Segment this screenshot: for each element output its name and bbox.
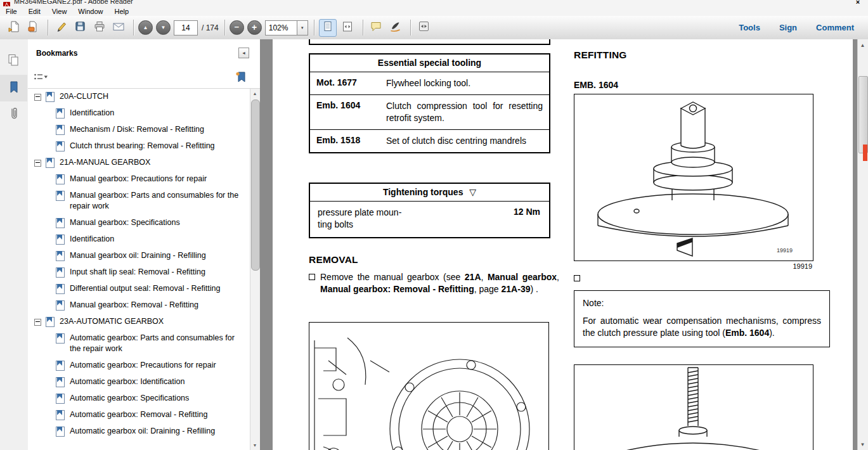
bookmark-item[interactable]: Manual gearbox: Specifications	[28, 215, 250, 231]
fit-width-icon	[342, 21, 353, 35]
bookmark-item[interactable]: Clutch thrust bearing: Removal - Refitti…	[28, 138, 250, 155]
save-button[interactable]	[72, 19, 89, 36]
bookmark-item[interactable]: Identification	[28, 231, 250, 248]
print-button[interactable]	[91, 19, 108, 36]
zoom-level-input[interactable]	[265, 20, 297, 35]
bookmark-item[interactable]: Manual gearbox: Parts and consumables fo…	[28, 188, 250, 215]
bookmark-icon	[46, 92, 55, 102]
fill-sign-button[interactable]	[53, 19, 70, 36]
bookmark-star-icon	[235, 74, 246, 85]
floppy-save-icon	[74, 20, 86, 35]
menu-file[interactable]: File	[0, 7, 23, 16]
bookmarks-panel-button[interactable]	[0, 75, 27, 101]
bookmark-item[interactable]: 21A-MANUAL GEARBOX	[28, 155, 250, 171]
collapse-pane-button[interactable]	[238, 48, 249, 58]
fit-page-button[interactable]	[339, 19, 356, 37]
close-button[interactable]	[853, 0, 862, 6]
bookmarks-scrollbar[interactable]	[250, 89, 260, 450]
scroll-up-arrow[interactable]	[250, 89, 259, 98]
toolbar-separator	[224, 20, 225, 35]
menu-help[interactable]: Help	[108, 7, 134, 16]
previous-page-button[interactable]	[138, 20, 153, 35]
next-page-button[interactable]	[156, 20, 171, 35]
bookmark-item[interactable]: Automatic gearbox: Removal - Refitting	[28, 407, 250, 423]
torques-title-text: Tightening torques	[383, 187, 463, 197]
attachments-panel-button[interactable]	[0, 101, 27, 128]
bookmark-item[interactable]: Automatic gearbox: Parts and consumables…	[28, 330, 250, 357]
tightening-torques-table: Tightening torques ▽ pressure plate moun…	[309, 183, 550, 238]
bookmarks-panel: Bookmarks 20A-CLUTCH Identification Mech…	[28, 39, 261, 450]
bookmarks-options-button[interactable]	[33, 72, 48, 85]
bookmark-item[interactable]: Automatic gearbox: Specifications	[28, 390, 250, 407]
bookmark-item[interactable]: 23A-AUTOMATIC GEARBOX	[28, 314, 250, 330]
bookmark-icon	[56, 218, 65, 228]
bookmark-item[interactable]: Input shaft lip seal: Removal - Refittin…	[28, 264, 250, 281]
torque-item-line2: ting bolts	[318, 219, 353, 229]
list-bullet-icon	[574, 275, 580, 281]
collapse-expander-icon[interactable]	[34, 160, 41, 167]
bookmark-item[interactable]: Automatic gearbox oil: Draining - Refill…	[28, 423, 250, 440]
bookmark-icon	[56, 361, 65, 371]
menu-bar: File Edit View Window Help	[0, 6, 868, 16]
tool-reference-label: EMB. 1604	[574, 80, 618, 90]
page-thumbnails-button[interactable]	[0, 48, 27, 75]
open-button[interactable]	[5, 19, 22, 36]
table-row: pressure plate moun- ting bolts 12 Nm	[310, 202, 549, 237]
bookmark-item[interactable]: Automatic gearbox: Identification	[28, 374, 250, 390]
zoom-dropdown-button[interactable]	[297, 20, 308, 35]
bookmark-item[interactable]: Manual gearbox: Precautions for repair	[28, 171, 250, 188]
toolbar-separator	[133, 20, 134, 35]
menu-view[interactable]: View	[46, 7, 73, 16]
collapse-expander-icon[interactable]	[34, 94, 41, 101]
tools-button[interactable]: Tools	[739, 23, 760, 32]
speech-bubble-icon	[370, 20, 382, 35]
paperclip-icon	[10, 106, 18, 123]
document-scrollbar[interactable]	[857, 39, 868, 450]
bookmark-label: Manual gearbox: Removal - Refitting	[70, 300, 198, 311]
scroll-up-arrow[interactable]	[858, 40, 867, 50]
scrolling-mode-button[interactable]	[319, 19, 337, 37]
torque-symbol-icon: ▽	[469, 187, 476, 197]
email-button[interactable]	[110, 19, 127, 36]
torque-item-line1: pressure plate moun-	[318, 207, 401, 217]
bookmark-label: Mechanism / Disk: Removal - Refitting	[70, 124, 204, 135]
menu-window[interactable]: Window	[72, 7, 108, 16]
paragraph-text: ) .	[530, 284, 538, 294]
figure-number-label: 19919	[777, 247, 793, 254]
torque-value: 12 Nm	[514, 207, 540, 231]
scrollbar-thumb[interactable]	[251, 100, 260, 271]
expand-current-bookmark-button[interactable]	[235, 71, 246, 86]
zoom-in-button[interactable]	[247, 20, 262, 35]
printer-icon	[93, 20, 106, 35]
tool-id: Emb. 1604	[316, 100, 386, 124]
bookmark-icon	[56, 235, 65, 245]
scroll-down-arrow[interactable]	[858, 439, 867, 449]
collapse-expander-icon[interactable]	[34, 319, 41, 326]
comment-button[interactable]: Comment	[816, 23, 854, 32]
sign-button[interactable]: Sign	[779, 23, 797, 32]
document-cloud-icon	[27, 20, 39, 35]
zoom-out-button[interactable]	[230, 20, 244, 35]
page-thumbnails-icon	[8, 54, 20, 69]
bookmark-item[interactable]: Manual gearbox: Removal - Refitting	[28, 297, 250, 314]
bookmark-item[interactable]: Manual gearbox oil: Draining - Refilling	[28, 248, 250, 264]
bookmark-icon	[56, 333, 65, 344]
comment-tool-button[interactable]	[368, 19, 385, 36]
scroll-down-arrow[interactable]	[250, 440, 259, 450]
fullscreen-button[interactable]	[415, 19, 432, 36]
sign-tool-button[interactable]	[387, 19, 404, 36]
bookmark-item[interactable]: Identification	[28, 105, 250, 122]
paragraph-text: ,	[481, 272, 488, 282]
bookmark-item[interactable]: 20A-CLUTCH	[28, 89, 250, 105]
scrollbar-thumb[interactable]	[858, 76, 868, 153]
page-number-input[interactable]	[174, 20, 198, 35]
bookmark-item[interactable]: Automatic gearbox: Precautions for repai…	[28, 357, 250, 374]
bookmark-label: 21A-MANUAL GEARBOX	[60, 157, 150, 168]
menu-edit[interactable]: Edit	[23, 7, 46, 16]
bookmark-label: Identification	[70, 108, 114, 119]
bookmark-label: 23A-AUTOMATIC GEARBOX	[60, 316, 164, 327]
save-online-button[interactable]	[24, 19, 41, 36]
bookmark-item[interactable]: Mechanism / Disk: Removal - Refitting	[28, 122, 250, 138]
bookmark-item[interactable]: Differential output seal: Removal - Refi…	[28, 281, 250, 297]
bookmark-label: Manual gearbox: Specifications	[70, 217, 180, 228]
